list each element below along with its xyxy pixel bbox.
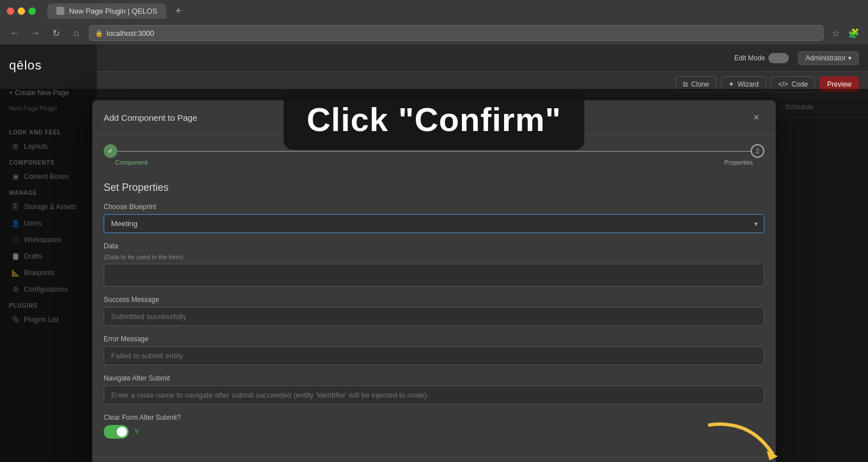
data-sublabel: (Data to be used in the form) [104, 254, 764, 260]
titlebar: New Page Plugin | QELOS + [0, 0, 868, 22]
modal-close-button[interactable]: × [748, 109, 764, 125]
set-properties-title: Set Properties [104, 182, 764, 194]
modal-title: Add Component to Page [104, 113, 197, 122]
blueprint-select-wrapper: Meeting ▾ [104, 214, 764, 233]
navigate-label: Navigate After Submit [104, 374, 764, 382]
admin-button[interactable]: Administrator ▾ [798, 51, 859, 65]
url-text: localhost:3000 [107, 29, 154, 38]
clear-form-toggle[interactable] [104, 425, 129, 439]
data-group: Data (Data to be used in the form) [104, 242, 764, 287]
error-label: Error Message [104, 335, 764, 343]
preview-label: Preview [827, 80, 851, 88]
edit-mode-toggle[interactable]: Edit Mode [734, 53, 789, 63]
tab-title: New Page Plugin | QELOS [69, 7, 157, 15]
data-input[interactable] [104, 264, 764, 287]
app-container: qēlos + Create New Page New Page Plugin … [0, 44, 868, 462]
modal: Add Component to Page × ✓ 2 Component Pr… [92, 100, 776, 462]
code-icon: </> [778, 80, 788, 88]
edit-mode-switch[interactable] [768, 53, 789, 63]
logo-text: qēlos [9, 58, 42, 72]
success-group: Success Message [104, 296, 764, 326]
blueprint-select[interactable]: Meeting [104, 214, 764, 233]
navigate-group: Navigate After Submit [104, 374, 764, 404]
new-tab-button[interactable]: + [171, 3, 186, 18]
success-input[interactable] [104, 307, 764, 326]
code-label: Code [792, 80, 808, 88]
address-bar[interactable]: 🔒 localhost:3000 [89, 25, 824, 41]
success-label: Success Message [104, 296, 764, 304]
toolbar-icons: ☆ 🧩 [828, 26, 861, 40]
stepper-line [117, 151, 751, 152]
admin-chevron: ▾ [848, 54, 851, 62]
navigate-input[interactable] [104, 386, 764, 404]
main-header: Edit Mode Administrator ▾ [97, 44, 868, 72]
clone-label: Clone [691, 80, 709, 88]
browser-tab[interactable]: New Page Plugin | QELOS [47, 3, 166, 19]
lock-icon: 🔒 [95, 30, 103, 37]
admin-label: Administrator [805, 54, 846, 62]
tab-favicon [56, 7, 64, 15]
stepper-labels: Component Properties [104, 158, 764, 173]
minimize-traffic-light[interactable] [18, 7, 25, 15]
wizard-label: Wizard [738, 80, 759, 88]
blueprint-label: Choose Blueprint [104, 203, 764, 211]
forward-button[interactable]: → [27, 25, 43, 41]
clear-form-group: Clear Form After Submit? Y [104, 414, 764, 439]
back-button[interactable]: ← [7, 25, 23, 41]
toggle-yes-label: Y [134, 428, 139, 436]
extensions-icon[interactable]: 🧩 [846, 26, 861, 40]
step-1-indicator: ✓ [104, 144, 117, 158]
star-icon[interactable]: ☆ [828, 26, 843, 40]
wizard-icon: ✦ [728, 80, 734, 88]
traffic-lights [7, 7, 36, 15]
step-1-label: Component [115, 159, 148, 166]
clear-form-label: Clear Form After Submit? [104, 414, 764, 422]
modal-overlay: Click "Confirm" Add Component to Page × … [0, 89, 868, 462]
stepper: ✓ 2 [104, 144, 764, 158]
home-button[interactable]: ⌂ [68, 25, 84, 41]
edit-mode-label: Edit Mode [734, 54, 765, 62]
data-label: Data [104, 242, 764, 250]
step-2-label: Properties [724, 159, 753, 166]
clone-icon: ⧉ [683, 80, 688, 88]
toggle-row: Y [104, 425, 764, 439]
close-traffic-light[interactable] [7, 7, 14, 15]
modal-body: Set Properties Choose Blueprint Meeting … [92, 173, 776, 457]
sidebar-logo: qēlos [0, 49, 97, 84]
refresh-button[interactable]: ↻ [48, 25, 64, 41]
step-2-indicator: 2 [751, 144, 764, 158]
blueprint-group: Choose Blueprint Meeting ▾ [104, 203, 764, 233]
maximize-traffic-light[interactable] [28, 7, 36, 15]
stepper-container: ✓ 2 Component Properties [92, 135, 776, 173]
error-input[interactable] [104, 346, 764, 365]
modal-header: Add Component to Page × [92, 100, 776, 135]
modal-footer: Cancel Back Confirm [92, 457, 776, 462]
error-group: Error Message [104, 335, 764, 365]
browser-toolbar: ← → ↻ ⌂ 🔒 localhost:3000 ☆ 🧩 [0, 22, 868, 44]
browser-chrome: New Page Plugin | QELOS + ← → ↻ ⌂ 🔒 loca… [0, 0, 868, 44]
